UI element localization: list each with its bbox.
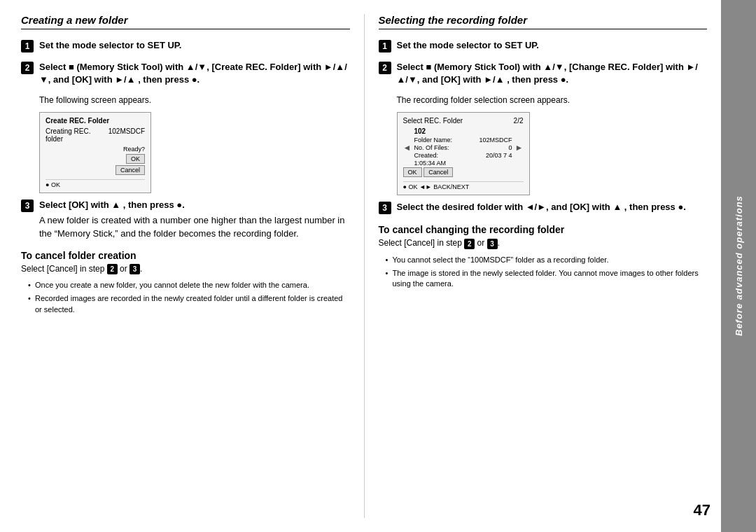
right-screen-header: Select REC. Folder 2/2: [403, 117, 524, 125]
right-bullet-list: You cannot select the “100MSDCF” folder …: [379, 255, 708, 290]
left-screen-label: Creating REC. folder: [46, 127, 108, 143]
right-step-2: 2 Select ■ (Memory Stick Tool) with ▲/▼,…: [379, 61, 708, 86]
left-step-3-desc: A new folder is created with a number on…: [39, 214, 350, 239]
sidebar-label: Before advanced operations: [734, 196, 744, 337]
left-cancel-title: To cancel folder creation: [21, 250, 350, 261]
left-step-3-num: 3: [21, 200, 34, 212]
left-cancel-or: or: [120, 264, 127, 274]
right-step-2-desc: The recording folder selection screen ap…: [397, 94, 708, 106]
right-section-title: Selecting the recording folder: [379, 14, 708, 29]
left-screen-ok-button[interactable]: OK: [126, 154, 145, 164]
right-bullet-1: You cannot select the “100MSDCF” folder …: [386, 255, 708, 265]
left-step-1: 1 Set the mode selector to SET UP.: [21, 39, 350, 52]
right-step-3: 3 Select the desired folder with ◄/►, an…: [379, 201, 708, 214]
right-screen-ok-button[interactable]: OK: [403, 167, 422, 177]
right-step-3-num: 3: [379, 202, 391, 214]
right-step-1-text: Set the mode selector to SET UP.: [397, 39, 708, 52]
left-bullet-list: Once you create a new folder, you cannot…: [21, 280, 350, 315]
left-column: Creating a new folder 1 Set the mode sel…: [21, 14, 364, 518]
right-step-1: 1 Set the mode selector to SET UP.: [379, 39, 708, 52]
right-cancel-title: To cancel changing the recording folder: [379, 224, 708, 235]
left-step-3-text: Select [OK] with ▲ , then press ●.: [39, 199, 350, 211]
left-cancel-step3-ref: 3: [130, 264, 140, 274]
right-screen-created2: 1:05:34 AM: [414, 160, 446, 167]
right-screen-mockup: Select REC. Folder 2/2 ◄ 102 Folder Name…: [397, 112, 530, 195]
right-cancel-after: .: [498, 238, 500, 248]
right-screen-files-row: No. Of Files: 0: [414, 144, 512, 151]
right-screen-title: Select REC. Folder: [403, 117, 463, 125]
right-screen-cancel-button[interactable]: Cancel: [424, 167, 453, 177]
right-cancel-or: or: [477, 238, 485, 248]
left-step-1-num: 1: [21, 40, 34, 52]
page-number: 47: [694, 501, 710, 519]
left-cancel-desc: Select [Cancel] in step 2 or 3.: [21, 264, 350, 274]
left-step-2-text: Select ■ (Memory Stick Tool) with ▲/▼, […: [39, 61, 350, 86]
left-cancel-step2-ref: 2: [107, 264, 118, 274]
left-screen-value: 102MSDCF: [108, 127, 145, 143]
right-screen-folder-num: 102: [414, 127, 512, 135]
left-screen-status: Ready?: [123, 146, 145, 153]
sidebar: Before advanced operations: [721, 0, 756, 532]
right-screen-files: 0: [509, 144, 512, 151]
left-screen-mockup: Create REC. Folder Creating REC. folder …: [39, 112, 151, 193]
right-screen-created-label: Created:: [414, 152, 438, 159]
left-screen-row: Creating REC. folder 102MSDCF: [46, 127, 145, 143]
left-cancel-before: Select [Cancel] in step: [21, 264, 104, 274]
right-screen-created: 20/03 7 4: [486, 152, 512, 159]
left-section-title: Creating a new folder: [21, 14, 350, 29]
right-screen-page: 2/2: [514, 117, 524, 125]
right-cancel-step3-ref: 3: [487, 239, 498, 249]
right-screen-created-row: Created: 20/03 7 4: [414, 152, 512, 159]
right-cancel-step2-ref: 2: [464, 239, 475, 249]
left-bullet-2: Recorded images are recorded in the newl…: [28, 293, 350, 315]
right-step-1-num: 1: [379, 40, 391, 52]
right-screen-buttons: OK Cancel: [403, 167, 524, 178]
left-step-3: 3 Select [OK] with ▲ , then press ●. A n…: [21, 199, 350, 240]
right-step-2-num: 2: [379, 62, 391, 74]
right-screen-footer: ● OK ◄► BACK/NEXT: [403, 181, 524, 190]
right-screen-nav: ◄ 102 Folder Name: 102MSDCF No. Of Files…: [403, 127, 524, 167]
left-nav-arrow-icon: ◄: [403, 143, 412, 153]
left-bullet-1: Once you create a new folder, you cannot…: [28, 280, 350, 290]
right-screen-created2-row: 1:05:34 AM: [414, 160, 512, 167]
right-screen-folder-name-label: Folder Name:: [414, 136, 452, 144]
left-step-2: 2 Select ■ (Memory Stick Tool) with ▲/▼,…: [21, 61, 350, 86]
right-bullet-2: The image is stored in the newly selecte…: [386, 268, 708, 290]
right-cancel-section: To cancel changing the recording folder …: [379, 224, 708, 248]
right-screen-folder-name: 102MSDCF: [479, 136, 512, 144]
right-column: Selecting the recording folder 1 Set the…: [364, 14, 708, 518]
left-step-1-text: Set the mode selector to SET UP.: [39, 39, 350, 52]
right-screen-files-label: No. Of Files:: [414, 144, 449, 151]
right-nav-arrow-icon: ►: [515, 143, 524, 153]
right-screen-info: 102 Folder Name: 102MSDCF No. Of Files: …: [414, 127, 512, 167]
right-step-3-text: Select the desired folder with ◄/►, and …: [397, 201, 708, 214]
right-cancel-desc: Select [Cancel] in step 2 or 3.: [379, 238, 708, 248]
right-step-2-text: Select ■ (Memory Stick Tool) with ▲/▼, […: [397, 61, 708, 86]
right-screen-folder-name-row: Folder Name: 102MSDCF: [414, 136, 512, 144]
left-step-2-desc: The following screen appears.: [39, 94, 350, 106]
left-screen-title: Create REC. Folder: [46, 117, 145, 125]
right-cancel-before: Select [Cancel] in step: [379, 238, 462, 248]
left-step-2-num: 2: [21, 62, 34, 74]
left-cancel-section: To cancel folder creation Select [Cancel…: [21, 250, 350, 274]
left-screen-cancel-button[interactable]: Cancel: [115, 165, 145, 175]
left-screen-buttons: Ready? OK Cancel: [46, 146, 145, 176]
left-screen-footer: ● OK: [46, 179, 145, 188]
left-cancel-after: .: [140, 264, 142, 274]
